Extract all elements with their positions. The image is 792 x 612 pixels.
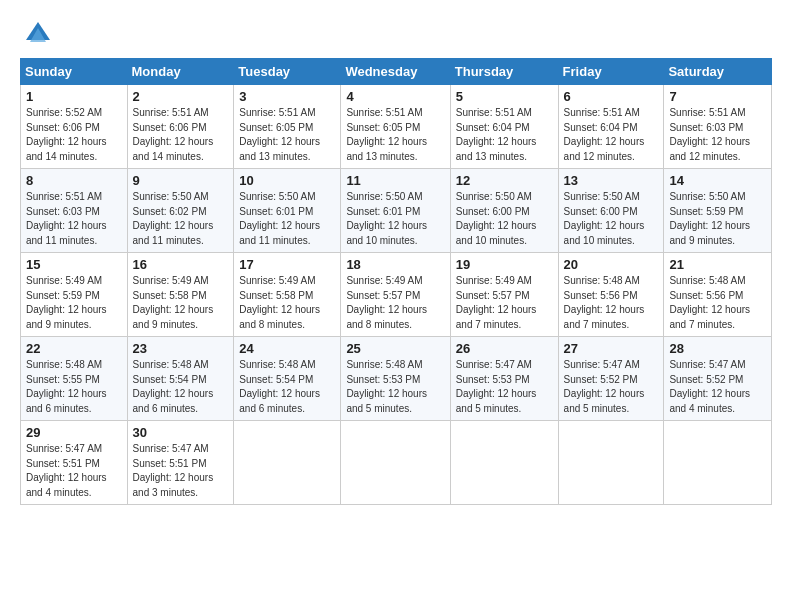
calendar-cell: 1 Sunrise: 5:52 AMSunset: 6:06 PMDayligh…	[21, 85, 128, 169]
day-detail: Sunrise: 5:50 AMSunset: 5:59 PMDaylight:…	[669, 191, 750, 246]
calendar-header-friday: Friday	[558, 59, 664, 85]
day-detail: Sunrise: 5:50 AMSunset: 6:01 PMDaylight:…	[239, 191, 320, 246]
calendar-cell	[234, 421, 341, 505]
day-detail: Sunrise: 5:49 AMSunset: 5:57 PMDaylight:…	[456, 275, 537, 330]
calendar-cell: 14 Sunrise: 5:50 AMSunset: 5:59 PMDaylig…	[664, 169, 772, 253]
day-detail: Sunrise: 5:50 AMSunset: 6:02 PMDaylight:…	[133, 191, 214, 246]
day-number: 9	[133, 173, 229, 188]
calendar-cell: 30 Sunrise: 5:47 AMSunset: 5:51 PMDaylig…	[127, 421, 234, 505]
page: SundayMondayTuesdayWednesdayThursdayFrid…	[0, 0, 792, 612]
day-number: 14	[669, 173, 766, 188]
calendar-header-saturday: Saturday	[664, 59, 772, 85]
calendar-cell: 18 Sunrise: 5:49 AMSunset: 5:57 PMDaylig…	[341, 253, 450, 337]
day-detail: Sunrise: 5:48 AMSunset: 5:55 PMDaylight:…	[26, 359, 107, 414]
day-number: 20	[564, 257, 659, 272]
day-number: 17	[239, 257, 335, 272]
calendar-header-row: SundayMondayTuesdayWednesdayThursdayFrid…	[21, 59, 772, 85]
calendar-cell: 9 Sunrise: 5:50 AMSunset: 6:02 PMDayligh…	[127, 169, 234, 253]
day-detail: Sunrise: 5:51 AMSunset: 6:04 PMDaylight:…	[456, 107, 537, 162]
day-number: 13	[564, 173, 659, 188]
day-detail: Sunrise: 5:48 AMSunset: 5:54 PMDaylight:…	[239, 359, 320, 414]
day-detail: Sunrise: 5:47 AMSunset: 5:51 PMDaylight:…	[26, 443, 107, 498]
calendar-week-row: 15 Sunrise: 5:49 AMSunset: 5:59 PMDaylig…	[21, 253, 772, 337]
day-number: 27	[564, 341, 659, 356]
day-number: 3	[239, 89, 335, 104]
calendar-cell: 6 Sunrise: 5:51 AMSunset: 6:04 PMDayligh…	[558, 85, 664, 169]
day-number: 30	[133, 425, 229, 440]
logo-icon	[24, 20, 52, 48]
calendar-week-row: 29 Sunrise: 5:47 AMSunset: 5:51 PMDaylig…	[21, 421, 772, 505]
day-number: 28	[669, 341, 766, 356]
calendar-cell: 21 Sunrise: 5:48 AMSunset: 5:56 PMDaylig…	[664, 253, 772, 337]
calendar-header-monday: Monday	[127, 59, 234, 85]
day-number: 11	[346, 173, 444, 188]
day-number: 6	[564, 89, 659, 104]
day-number: 26	[456, 341, 553, 356]
day-number: 16	[133, 257, 229, 272]
day-detail: Sunrise: 5:51 AMSunset: 6:03 PMDaylight:…	[26, 191, 107, 246]
calendar-cell: 16 Sunrise: 5:49 AMSunset: 5:58 PMDaylig…	[127, 253, 234, 337]
day-detail: Sunrise: 5:51 AMSunset: 6:03 PMDaylight:…	[669, 107, 750, 162]
calendar-cell	[450, 421, 558, 505]
calendar-header-wednesday: Wednesday	[341, 59, 450, 85]
day-detail: Sunrise: 5:50 AMSunset: 6:00 PMDaylight:…	[456, 191, 537, 246]
day-number: 21	[669, 257, 766, 272]
day-detail: Sunrise: 5:52 AMSunset: 6:06 PMDaylight:…	[26, 107, 107, 162]
day-number: 8	[26, 173, 122, 188]
calendar-cell: 28 Sunrise: 5:47 AMSunset: 5:52 PMDaylig…	[664, 337, 772, 421]
day-number: 10	[239, 173, 335, 188]
calendar-week-row: 1 Sunrise: 5:52 AMSunset: 6:06 PMDayligh…	[21, 85, 772, 169]
day-detail: Sunrise: 5:47 AMSunset: 5:51 PMDaylight:…	[133, 443, 214, 498]
day-detail: Sunrise: 5:48 AMSunset: 5:56 PMDaylight:…	[669, 275, 750, 330]
calendar-cell: 8 Sunrise: 5:51 AMSunset: 6:03 PMDayligh…	[21, 169, 128, 253]
day-detail: Sunrise: 5:48 AMSunset: 5:53 PMDaylight:…	[346, 359, 427, 414]
calendar-cell: 23 Sunrise: 5:48 AMSunset: 5:54 PMDaylig…	[127, 337, 234, 421]
day-detail: Sunrise: 5:50 AMSunset: 6:00 PMDaylight:…	[564, 191, 645, 246]
calendar-cell: 25 Sunrise: 5:48 AMSunset: 5:53 PMDaylig…	[341, 337, 450, 421]
calendar-table: SundayMondayTuesdayWednesdayThursdayFrid…	[20, 58, 772, 505]
day-number: 5	[456, 89, 553, 104]
calendar-cell: 15 Sunrise: 5:49 AMSunset: 5:59 PMDaylig…	[21, 253, 128, 337]
calendar-cell: 5 Sunrise: 5:51 AMSunset: 6:04 PMDayligh…	[450, 85, 558, 169]
calendar-cell: 12 Sunrise: 5:50 AMSunset: 6:00 PMDaylig…	[450, 169, 558, 253]
calendar-cell: 26 Sunrise: 5:47 AMSunset: 5:53 PMDaylig…	[450, 337, 558, 421]
day-number: 29	[26, 425, 122, 440]
calendar-cell: 22 Sunrise: 5:48 AMSunset: 5:55 PMDaylig…	[21, 337, 128, 421]
day-number: 22	[26, 341, 122, 356]
calendar-header-thursday: Thursday	[450, 59, 558, 85]
day-number: 24	[239, 341, 335, 356]
day-detail: Sunrise: 5:51 AMSunset: 6:04 PMDaylight:…	[564, 107, 645, 162]
calendar-cell: 10 Sunrise: 5:50 AMSunset: 6:01 PMDaylig…	[234, 169, 341, 253]
calendar-cell	[664, 421, 772, 505]
day-detail: Sunrise: 5:47 AMSunset: 5:52 PMDaylight:…	[564, 359, 645, 414]
day-detail: Sunrise: 5:51 AMSunset: 6:06 PMDaylight:…	[133, 107, 214, 162]
logo	[20, 20, 52, 48]
calendar-cell: 2 Sunrise: 5:51 AMSunset: 6:06 PMDayligh…	[127, 85, 234, 169]
calendar-header-sunday: Sunday	[21, 59, 128, 85]
calendar-cell: 24 Sunrise: 5:48 AMSunset: 5:54 PMDaylig…	[234, 337, 341, 421]
day-detail: Sunrise: 5:48 AMSunset: 5:54 PMDaylight:…	[133, 359, 214, 414]
calendar-week-row: 22 Sunrise: 5:48 AMSunset: 5:55 PMDaylig…	[21, 337, 772, 421]
day-number: 4	[346, 89, 444, 104]
day-detail: Sunrise: 5:49 AMSunset: 5:58 PMDaylight:…	[133, 275, 214, 330]
calendar-cell: 19 Sunrise: 5:49 AMSunset: 5:57 PMDaylig…	[450, 253, 558, 337]
calendar-cell	[341, 421, 450, 505]
day-detail: Sunrise: 5:50 AMSunset: 6:01 PMDaylight:…	[346, 191, 427, 246]
calendar-cell: 13 Sunrise: 5:50 AMSunset: 6:00 PMDaylig…	[558, 169, 664, 253]
day-number: 2	[133, 89, 229, 104]
day-number: 15	[26, 257, 122, 272]
calendar-cell: 11 Sunrise: 5:50 AMSunset: 6:01 PMDaylig…	[341, 169, 450, 253]
calendar-cell: 29 Sunrise: 5:47 AMSunset: 5:51 PMDaylig…	[21, 421, 128, 505]
day-number: 19	[456, 257, 553, 272]
day-detail: Sunrise: 5:51 AMSunset: 6:05 PMDaylight:…	[346, 107, 427, 162]
header	[20, 16, 772, 48]
day-detail: Sunrise: 5:47 AMSunset: 5:52 PMDaylight:…	[669, 359, 750, 414]
day-number: 1	[26, 89, 122, 104]
day-number: 12	[456, 173, 553, 188]
calendar-week-row: 8 Sunrise: 5:51 AMSunset: 6:03 PMDayligh…	[21, 169, 772, 253]
day-number: 25	[346, 341, 444, 356]
day-detail: Sunrise: 5:48 AMSunset: 5:56 PMDaylight:…	[564, 275, 645, 330]
calendar-header-tuesday: Tuesday	[234, 59, 341, 85]
day-number: 7	[669, 89, 766, 104]
calendar-cell: 17 Sunrise: 5:49 AMSunset: 5:58 PMDaylig…	[234, 253, 341, 337]
